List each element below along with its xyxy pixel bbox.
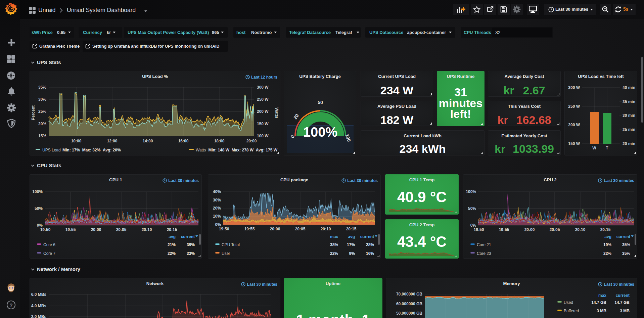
- svg-text:Core 23: Core 23: [477, 251, 491, 256]
- svg-text:max: max: [598, 293, 606, 298]
- svg-text:0%: 0%: [470, 223, 476, 228]
- svg-text:40 min: 40 min: [623, 85, 635, 90]
- svg-text:2.0 MBs: 2.0 MBs: [31, 314, 47, 318]
- svg-text:20:10: 20:10: [321, 227, 331, 231]
- svg-text:20: 20: [292, 113, 300, 120]
- svg-text:100%: 100%: [32, 189, 43, 194]
- svg-text:19%: 19%: [603, 242, 611, 247]
- svg-text:17%: 17%: [347, 242, 355, 247]
- svg-text:50%: 50%: [35, 206, 43, 211]
- svg-text:19:50: 19:50: [474, 227, 484, 232]
- svg-text:19:50: 19:50: [219, 227, 229, 231]
- svg-text:20:15: 20:15: [600, 227, 611, 232]
- svg-text:avg: avg: [169, 234, 176, 239]
- svg-text:0%: 0%: [37, 223, 43, 228]
- svg-text:19:55: 19:55: [244, 227, 255, 231]
- svg-text:20%: 20%: [38, 122, 46, 126]
- svg-text:current: current: [616, 293, 630, 298]
- svg-text:200 W: 200 W: [257, 109, 269, 114]
- svg-text:20:15: 20:15: [167, 227, 177, 232]
- svg-text:25 min: 25 min: [623, 127, 635, 132]
- svg-text:20%: 20%: [213, 206, 221, 211]
- svg-text:current: current: [360, 234, 374, 239]
- svg-text:300 W: 300 W: [568, 85, 580, 90]
- svg-text:35%: 35%: [38, 85, 46, 90]
- svg-text:40%: 40%: [213, 189, 221, 194]
- svg-text:60.000000 GB: 60.000000 GB: [396, 302, 422, 306]
- svg-text:300 W: 300 W: [257, 85, 269, 90]
- svg-text:14.7 GB: 14.7 GB: [614, 300, 630, 305]
- svg-text:20:05: 20:05: [295, 227, 306, 231]
- svg-text:UPS Load: UPS Load: [42, 148, 61, 152]
- svg-text:22%: 22%: [603, 251, 611, 256]
- svg-text:39%: 39%: [187, 242, 195, 247]
- svg-text:4.0 MBs: 4.0 MBs: [31, 304, 47, 308]
- svg-text:16%: 16%: [366, 251, 374, 256]
- svg-text:Core 7: Core 7: [43, 251, 55, 256]
- svg-text:22%: 22%: [330, 251, 338, 256]
- svg-text:Watts: Watts: [196, 148, 206, 152]
- svg-text:0%: 0%: [215, 222, 221, 227]
- svg-text:100%: 100%: [466, 189, 476, 194]
- svg-text:Buffered: Buffered: [564, 309, 579, 313]
- svg-text:Used: Used: [564, 300, 573, 305]
- svg-text:3 MB: 3 MB: [620, 309, 630, 313]
- svg-text:Min: 148 W Max: 278 W Avg: 1: Min: 148 W Max: 278 W Avg: 175 W: [208, 148, 277, 152]
- svg-text:150 W: 150 W: [257, 122, 269, 126]
- svg-text:20:10: 20:10: [142, 227, 152, 232]
- svg-text:12:00: 12:00: [107, 139, 118, 143]
- svg-text:14:00: 14:00: [143, 139, 153, 143]
- svg-text:150 W: 150 W: [568, 141, 580, 146]
- svg-text:19:55: 19:55: [499, 227, 509, 232]
- svg-text:Core 21: Core 21: [477, 242, 491, 247]
- svg-text:Min: 17% Max: 32% Avg: 20%: Min: 17% Max: 32% Avg: 20%: [62, 148, 121, 152]
- svg-text:6.0 MBs: 6.0 MBs: [31, 292, 47, 297]
- svg-text:20:05: 20:05: [550, 227, 560, 232]
- svg-text:14.7 GB: 14.7 GB: [591, 300, 606, 305]
- svg-text:21%: 21%: [168, 242, 176, 247]
- svg-text:35%: 35%: [622, 242, 630, 247]
- svg-text:avg: avg: [604, 234, 611, 239]
- svg-text:Percent: Percent: [31, 105, 36, 120]
- svg-text:33%: 33%: [187, 251, 195, 256]
- svg-text:9%: 9%: [349, 251, 355, 256]
- svg-text:50.000000 GB: 50.000000 GB: [396, 311, 422, 316]
- svg-text:T: T: [606, 146, 608, 150]
- svg-text:38%: 38%: [330, 242, 338, 247]
- svg-text:3 MB: 3 MB: [597, 309, 606, 313]
- svg-text:20 min: 20 min: [623, 141, 635, 146]
- svg-text:20:15: 20:15: [346, 227, 357, 231]
- svg-text:30%: 30%: [38, 97, 46, 102]
- svg-text:User: User: [222, 251, 230, 256]
- svg-text:20:00: 20:00: [91, 227, 101, 232]
- svg-text:19:55: 19:55: [65, 227, 76, 232]
- svg-text:19:50: 19:50: [40, 227, 51, 232]
- svg-text:W: W: [592, 146, 596, 150]
- svg-text:10:00: 10:00: [71, 139, 82, 143]
- svg-text:Core 6: Core 6: [43, 242, 55, 247]
- svg-text:50%: 50%: [468, 206, 476, 211]
- svg-text:current: current: [181, 234, 195, 239]
- svg-text:100 W: 100 W: [257, 134, 269, 138]
- svg-text:35%: 35%: [622, 251, 630, 256]
- svg-text:28%: 28%: [366, 242, 374, 247]
- svg-text:max: max: [330, 234, 338, 239]
- svg-text:25%: 25%: [38, 109, 46, 114]
- svg-text:?: ?: [9, 302, 12, 308]
- svg-text:15%: 15%: [38, 134, 46, 138]
- svg-text:22%: 22%: [168, 251, 176, 256]
- svg-text:35 min: 35 min: [623, 99, 635, 104]
- svg-text:20:10: 20:10: [575, 227, 586, 232]
- svg-text:10%: 10%: [213, 214, 221, 219]
- svg-text:20:00: 20:00: [524, 227, 535, 232]
- svg-text:70.000000 GB: 70.000000 GB: [396, 292, 422, 297]
- svg-text:50: 50: [318, 100, 323, 105]
- svg-text:30%: 30%: [213, 198, 221, 202]
- svg-text:20:00: 20:00: [246, 139, 257, 143]
- svg-text:20:00: 20:00: [270, 227, 280, 231]
- svg-text:CPU Total: CPU Total: [222, 242, 240, 247]
- svg-text:250 W: 250 W: [568, 104, 580, 109]
- svg-text:current: current: [616, 234, 630, 239]
- svg-text:20:05: 20:05: [116, 227, 127, 232]
- svg-text:avg: avg: [348, 234, 355, 239]
